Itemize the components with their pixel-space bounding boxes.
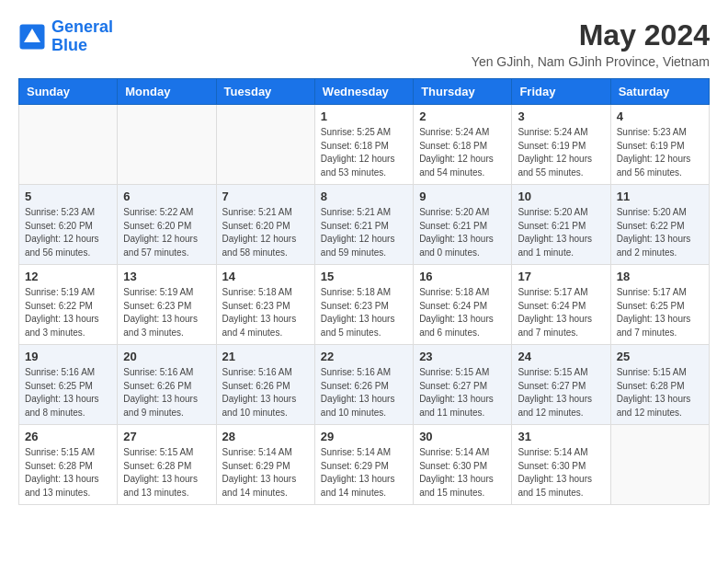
calendar-cell: 28Sunrise: 5:14 AM Sunset: 6:29 PM Dayli… xyxy=(216,425,314,505)
day-number: 11 xyxy=(617,190,703,203)
day-info: Sunrise: 5:17 AM Sunset: 6:25 PM Dayligh… xyxy=(617,286,703,339)
calendar-cell: 20Sunrise: 5:16 AM Sunset: 6:26 PM Dayli… xyxy=(118,345,216,425)
day-info: Sunrise: 5:24 AM Sunset: 6:18 PM Dayligh… xyxy=(419,126,506,179)
weekday-header-saturday: Saturday xyxy=(610,79,709,105)
weekday-header-monday: Monday xyxy=(118,79,216,105)
day-info: Sunrise: 5:20 AM Sunset: 6:21 PM Dayligh… xyxy=(518,206,604,259)
day-info: Sunrise: 5:23 AM Sunset: 6:20 PM Dayligh… xyxy=(25,206,111,259)
calendar-cell: 12Sunrise: 5:19 AM Sunset: 6:22 PM Dayli… xyxy=(19,265,118,345)
day-info: Sunrise: 5:14 AM Sunset: 6:29 PM Dayligh… xyxy=(222,446,309,500)
day-number: 2 xyxy=(419,109,506,123)
day-number: 31 xyxy=(518,430,604,443)
day-number: 16 xyxy=(419,270,506,283)
day-info: Sunrise: 5:16 AM Sunset: 6:26 PM Dayligh… xyxy=(123,366,210,419)
day-number: 7 xyxy=(222,190,309,203)
day-number: 27 xyxy=(123,430,210,443)
day-info: Sunrise: 5:20 AM Sunset: 6:21 PM Dayligh… xyxy=(419,206,506,259)
calendar-cell: 10Sunrise: 5:20 AM Sunset: 6:21 PM Dayli… xyxy=(512,185,610,265)
calendar-week-row: 12Sunrise: 5:19 AM Sunset: 6:22 PM Dayli… xyxy=(19,265,710,345)
calendar-cell: 24Sunrise: 5:15 AM Sunset: 6:27 PM Dayli… xyxy=(512,345,610,425)
day-number: 5 xyxy=(25,190,111,203)
calendar-cell: 23Sunrise: 5:15 AM Sunset: 6:27 PM Dayli… xyxy=(414,345,512,425)
day-number: 21 xyxy=(222,350,309,363)
day-number: 13 xyxy=(123,270,210,283)
calendar-cell: 29Sunrise: 5:14 AM Sunset: 6:29 PM Dayli… xyxy=(314,425,413,505)
day-info: Sunrise: 5:16 AM Sunset: 6:26 PM Dayligh… xyxy=(222,366,309,419)
weekday-header-row: SundayMondayTuesdayWednesdayThursdayFrid… xyxy=(19,79,710,105)
calendar-cell: 22Sunrise: 5:16 AM Sunset: 6:26 PM Dayli… xyxy=(314,345,413,425)
weekday-header-wednesday: Wednesday xyxy=(314,79,413,105)
day-number: 26 xyxy=(25,430,111,443)
day-info: Sunrise: 5:21 AM Sunset: 6:20 PM Dayligh… xyxy=(222,206,309,259)
day-number: 1 xyxy=(321,109,407,123)
calendar-cell: 6Sunrise: 5:22 AM Sunset: 6:20 PM Daylig… xyxy=(118,185,216,265)
calendar-cell: 14Sunrise: 5:18 AM Sunset: 6:23 PM Dayli… xyxy=(216,265,314,345)
day-info: Sunrise: 5:15 AM Sunset: 6:27 PM Dayligh… xyxy=(518,366,604,419)
weekday-header-thursday: Thursday xyxy=(414,79,512,105)
location: Yen GJinh, Nam GJinh Province, Vietnam xyxy=(472,54,710,69)
calendar-week-row: 5Sunrise: 5:23 AM Sunset: 6:20 PM Daylig… xyxy=(19,185,710,265)
day-info: Sunrise: 5:18 AM Sunset: 6:23 PM Dayligh… xyxy=(321,286,407,339)
day-number: 23 xyxy=(419,350,506,363)
calendar-cell: 25Sunrise: 5:15 AM Sunset: 6:28 PM Dayli… xyxy=(610,345,709,425)
day-info: Sunrise: 5:22 AM Sunset: 6:20 PM Dayligh… xyxy=(123,206,210,259)
calendar-cell: 17Sunrise: 5:17 AM Sunset: 6:24 PM Dayli… xyxy=(512,265,610,345)
calendar-cell: 26Sunrise: 5:15 AM Sunset: 6:28 PM Dayli… xyxy=(19,425,118,505)
calendar-week-row: 1Sunrise: 5:25 AM Sunset: 6:18 PM Daylig… xyxy=(19,105,710,185)
calendar-cell xyxy=(216,105,314,185)
day-number: 14 xyxy=(222,270,309,283)
day-info: Sunrise: 5:15 AM Sunset: 6:28 PM Dayligh… xyxy=(617,366,703,419)
day-info: Sunrise: 5:14 AM Sunset: 6:30 PM Dayligh… xyxy=(518,446,604,500)
weekday-header-tuesday: Tuesday xyxy=(216,79,314,105)
calendar-cell: 5Sunrise: 5:23 AM Sunset: 6:20 PM Daylig… xyxy=(19,185,118,265)
calendar-cell: 2Sunrise: 5:24 AM Sunset: 6:18 PM Daylig… xyxy=(414,105,512,185)
day-number: 28 xyxy=(222,430,309,443)
day-number: 17 xyxy=(518,270,604,283)
day-info: Sunrise: 5:17 AM Sunset: 6:24 PM Dayligh… xyxy=(518,286,604,339)
calendar-cell: 1Sunrise: 5:25 AM Sunset: 6:18 PM Daylig… xyxy=(314,105,413,185)
day-number: 6 xyxy=(123,190,210,203)
weekday-header-sunday: Sunday xyxy=(19,79,118,105)
day-info: Sunrise: 5:21 AM Sunset: 6:21 PM Dayligh… xyxy=(321,206,407,259)
day-info: Sunrise: 5:15 AM Sunset: 6:27 PM Dayligh… xyxy=(419,366,506,419)
calendar-cell xyxy=(118,105,216,185)
calendar-cell: 31Sunrise: 5:14 AM Sunset: 6:30 PM Dayli… xyxy=(512,425,610,505)
calendar-cell: 27Sunrise: 5:15 AM Sunset: 6:28 PM Dayli… xyxy=(118,425,216,505)
calendar-week-row: 19Sunrise: 5:16 AM Sunset: 6:25 PM Dayli… xyxy=(19,345,710,425)
day-number: 10 xyxy=(518,190,604,203)
logo-line2: Blue xyxy=(51,37,113,55)
page-header: General Blue May 2024 Yen GJinh, Nam GJi… xyxy=(18,18,710,69)
day-number: 15 xyxy=(321,270,407,283)
calendar-cell: 13Sunrise: 5:19 AM Sunset: 6:23 PM Dayli… xyxy=(118,265,216,345)
day-info: Sunrise: 5:20 AM Sunset: 6:22 PM Dayligh… xyxy=(617,206,703,259)
day-info: Sunrise: 5:19 AM Sunset: 6:23 PM Dayligh… xyxy=(123,286,210,339)
day-info: Sunrise: 5:14 AM Sunset: 6:29 PM Dayligh… xyxy=(321,446,407,500)
calendar-cell xyxy=(610,425,709,505)
weekday-header-friday: Friday xyxy=(512,79,610,105)
month-year: May 2024 xyxy=(472,18,710,52)
calendar-cell: 19Sunrise: 5:16 AM Sunset: 6:25 PM Dayli… xyxy=(19,345,118,425)
day-info: Sunrise: 5:16 AM Sunset: 6:26 PM Dayligh… xyxy=(321,366,407,419)
day-info: Sunrise: 5:14 AM Sunset: 6:30 PM Dayligh… xyxy=(419,446,506,500)
day-info: Sunrise: 5:15 AM Sunset: 6:28 PM Dayligh… xyxy=(25,446,111,500)
logo-line1: General xyxy=(51,17,113,36)
day-info: Sunrise: 5:16 AM Sunset: 6:25 PM Dayligh… xyxy=(25,366,111,419)
calendar-cell: 21Sunrise: 5:16 AM Sunset: 6:26 PM Dayli… xyxy=(216,345,314,425)
day-number: 20 xyxy=(123,350,210,363)
day-number: 9 xyxy=(419,190,506,203)
calendar-cell: 18Sunrise: 5:17 AM Sunset: 6:25 PM Dayli… xyxy=(610,265,709,345)
day-info: Sunrise: 5:18 AM Sunset: 6:23 PM Dayligh… xyxy=(222,286,309,339)
calendar-cell: 16Sunrise: 5:18 AM Sunset: 6:24 PM Dayli… xyxy=(414,265,512,345)
day-info: Sunrise: 5:18 AM Sunset: 6:24 PM Dayligh… xyxy=(419,286,506,339)
calendar-cell: 30Sunrise: 5:14 AM Sunset: 6:30 PM Dayli… xyxy=(414,425,512,505)
day-number: 30 xyxy=(419,430,506,443)
day-number: 19 xyxy=(25,350,111,363)
calendar-cell: 3Sunrise: 5:24 AM Sunset: 6:19 PM Daylig… xyxy=(512,105,610,185)
calendar-cell: 11Sunrise: 5:20 AM Sunset: 6:22 PM Dayli… xyxy=(610,185,709,265)
calendar-week-row: 26Sunrise: 5:15 AM Sunset: 6:28 PM Dayli… xyxy=(19,425,710,505)
calendar: SundayMondayTuesdayWednesdayThursdayFrid… xyxy=(18,78,710,505)
day-number: 22 xyxy=(321,350,407,363)
calendar-cell xyxy=(19,105,118,185)
day-number: 12 xyxy=(25,270,111,283)
day-info: Sunrise: 5:25 AM Sunset: 6:18 PM Dayligh… xyxy=(321,126,407,179)
